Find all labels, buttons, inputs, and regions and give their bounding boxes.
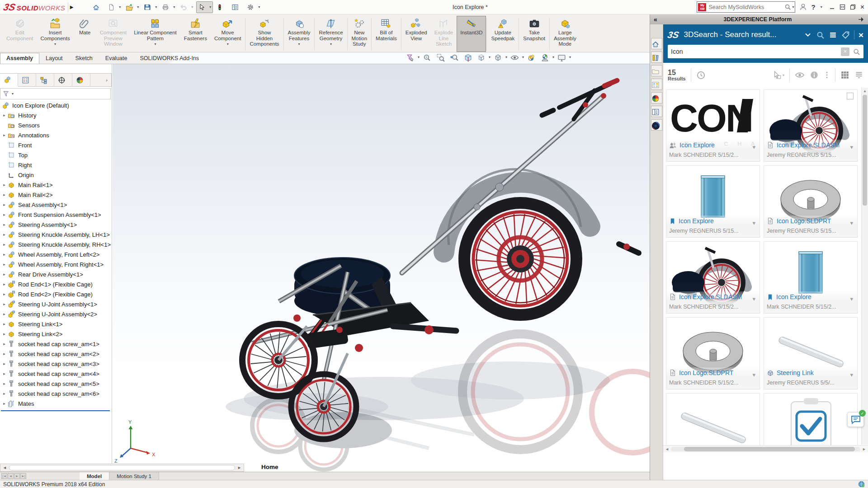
- previous-view-button[interactable]: [450, 53, 460, 61]
- tree-item-front-suspension-assembly-1[interactable]: ▸Front Suspension Assembly<1>: [0, 210, 112, 220]
- task-pane-view-palette-tab[interactable]: [651, 79, 662, 90]
- ribbon-assembly-features-button[interactable]: AssemblyFeatures▾: [284, 16, 314, 52]
- scroll-right-icon[interactable]: ►: [862, 447, 866, 451]
- horizontal-scrollbar[interactable]: ◄ ►: [0, 464, 244, 472]
- print-button[interactable]: ▾: [160, 1, 177, 13]
- undo-button[interactable]: ▾: [178, 1, 195, 13]
- result-title[interactable]: Icon Logo.SLDPRT: [679, 369, 733, 376]
- search-result-card-icon-explore[interactable]: CONH E E L C H A I RIcon ExploreMark SCH…: [666, 89, 760, 162]
- expand-arrow-icon[interactable]: ▸: [1, 332, 8, 336]
- scrollbar-track[interactable]: [9, 465, 235, 470]
- tree-item-steering-u-joint-assembly-2[interactable]: ▸Steering U-Joint Assembly<2>: [0, 309, 112, 319]
- tree-item-main-rail-2[interactable]: ▸Main Rail<2>: [0, 190, 112, 200]
- ribbon-move-component-button[interactable]: MoveComponent▾: [211, 16, 245, 52]
- search-result-card[interactable]: [666, 393, 760, 445]
- search-result-card-icon-explore-sldasm[interactable]: Icon Explore.SLDASMJeremy REGNERUS 5/15.…: [764, 89, 858, 162]
- close-icon[interactable]: ×: [860, 3, 864, 11]
- tree-item-icon-explore-default[interactable]: Icon Explore (Default): [0, 100, 112, 110]
- result-title[interactable]: Icon Logo.SLDPRT: [777, 217, 831, 225]
- tree-item-main-rail-1[interactable]: ▸Main Rail<1>: [0, 180, 112, 190]
- prev-tab-icon[interactable]: ◄: [8, 473, 14, 479]
- card-expand-icon[interactable]: ▾: [850, 296, 853, 302]
- expand-arrow-icon[interactable]: ▸: [1, 222, 8, 227]
- expand-arrow-icon[interactable]: ▸: [1, 133, 8, 137]
- search-result-card-steering-link[interactable]: Steering LinkJeremy REGNERUS 5/5/...▾: [764, 317, 858, 389]
- result-title[interactable]: Icon Explore: [776, 293, 811, 300]
- expand-arrow-icon[interactable]: ▸: [1, 391, 8, 396]
- search-result-card-icon-logo-sldprt[interactable]: Icon Logo.SLDPRTJeremy REGNERUS 5/15...▾: [764, 165, 858, 238]
- help-button[interactable]: ?: [811, 3, 815, 11]
- task-pane-file-explorer-tab[interactable]: [651, 65, 662, 76]
- tree-item-rod-end-1-flexible-cage[interactable]: ▸Rod End<1> (Flexible Cage): [0, 279, 112, 289]
- apply-scene-button[interactable]: ▾: [541, 53, 554, 61]
- ribbon-component-preview-window-button[interactable]: ComponentPreviewWindow: [96, 16, 130, 52]
- expand-arrow-icon[interactable]: ▸: [1, 292, 8, 296]
- view-settings-button[interactable]: ▾: [557, 53, 571, 61]
- tree-item-annotations[interactable]: ▸AAnnotations: [0, 130, 112, 140]
- preview-eye-icon[interactable]: [795, 70, 805, 80]
- tree-filter[interactable]: ▾: [0, 88, 111, 99]
- expand-arrow-icon[interactable]: ▸: [1, 272, 8, 277]
- expand-arrow-icon[interactable]: ▸: [1, 262, 8, 267]
- zoom-fit-button[interactable]: [423, 53, 433, 61]
- ribbon-reference-geometry-button[interactable]: ReferenceGeometry▾: [315, 16, 346, 52]
- expand-arrow-icon[interactable]: ▸: [1, 322, 8, 326]
- tree-item-steering-u-joint-assembly-1[interactable]: ▸Steering U-Joint Assembly<1>: [0, 299, 112, 309]
- ribbon-exploded-view-button[interactable]: ExplodedView: [402, 16, 431, 52]
- expand-arrow-icon[interactable]: ▸: [1, 252, 8, 257]
- ribbon-take-snapshot-button[interactable]: TakeSnapshot: [519, 16, 549, 52]
- ribbon-bill-of-materials-button[interactable]: Bill ofMaterials: [372, 16, 401, 52]
- expand-arrow-icon[interactable]: ▸: [1, 312, 8, 316]
- tree-item-sensors[interactable]: Sensors: [0, 120, 112, 130]
- tree-item-wheel-assembly-front-right-1[interactable]: ▸Wheel Assembly, Front Right<1>: [0, 259, 112, 269]
- tag-icon[interactable]: [841, 31, 850, 39]
- select-cursor-button[interactable]: ▾: [196, 1, 213, 13]
- expand-arrow-icon[interactable]: ▸: [1, 401, 8, 406]
- expand-arrow-icon[interactable]: ▸: [1, 282, 8, 286]
- tree-item-seat-assembly-1[interactable]: ▸Seat Assembly<1>: [0, 200, 112, 210]
- chevron-down-icon[interactable]: [804, 31, 812, 39]
- tree-item-mates[interactable]: ▸Mates: [0, 399, 112, 408]
- results-vertical-scrollbar[interactable]: ▲: [861, 88, 868, 445]
- display-colors-button[interactable]: [214, 1, 228, 13]
- pane-display-button[interactable]: [230, 1, 244, 13]
- ribbon-insert-components-button[interactable]: InsertComponents▾: [37, 16, 73, 52]
- tree-item-steering-link-2[interactable]: ▸Steering Link<2>: [0, 329, 112, 339]
- pin-icon[interactable]: [858, 16, 864, 23]
- card-expand-icon[interactable]: ▾: [850, 220, 853, 226]
- tree-item-origin[interactable]: Origin: [0, 170, 112, 180]
- submit-search-icon[interactable]: [853, 48, 860, 56]
- expand-arrow-icon[interactable]: ▸: [1, 202, 8, 207]
- section-view-button[interactable]: [463, 53, 474, 61]
- resize-button[interactable]: [840, 4, 845, 10]
- task-pane-3dexperience-tab[interactable]: [651, 119, 662, 131]
- displaymanager-tab[interactable]: [72, 74, 90, 87]
- configurations-tab[interactable]: [36, 74, 54, 87]
- tree-item-history[interactable]: ▸History: [0, 110, 112, 120]
- tree-item-steering-knuckle-assembly-lh-1-e[interactable]: ▸Steering Knuckle Assembly, LH<1> (E: [0, 230, 112, 239]
- tree-item-top[interactable]: Top: [0, 150, 112, 160]
- dimxpert-tab[interactable]: [54, 74, 72, 87]
- select-results-icon[interactable]: ▾: [773, 70, 784, 80]
- propertymanager-tab[interactable]: [18, 74, 36, 87]
- result-title[interactable]: Icon Explore.SLDASM: [679, 293, 742, 300]
- card-expand-icon[interactable]: ▾: [752, 144, 755, 150]
- ribbon-explode-line-sketch-button[interactable]: ExplodeLineSketch: [431, 16, 457, 52]
- ribbon-large-assembly-mode-button[interactable]: LargeAssemblyMode: [550, 16, 580, 52]
- result-title[interactable]: Icon Explore: [679, 217, 714, 225]
- expand-arrow-icon[interactable]: ▸: [1, 113, 8, 117]
- login-person-icon[interactable]: [799, 3, 807, 11]
- toolbar-flyout-button[interactable]: ▶: [68, 2, 75, 12]
- save-button[interactable]: ▾: [142, 1, 159, 13]
- ribbon-smart-fasteners-button[interactable]: SmartFasteners: [180, 16, 211, 52]
- tree-item-socket-head-cap-screw-am-3[interactable]: ▸socket head cap screw_am<3>: [0, 359, 112, 369]
- tab-motion-study-1[interactable]: Motion Study 1: [109, 472, 159, 480]
- result-title[interactable]: Icon Explore: [679, 141, 715, 149]
- search-result-card-icon-explore[interactable]: Icon ExploreMark SCHNEIDER 5/15/2...▾: [764, 241, 858, 314]
- minimize-button[interactable]: [829, 4, 835, 10]
- expand-arrow-icon[interactable]: ▸: [1, 371, 8, 376]
- search-icon[interactable]: [784, 4, 791, 10]
- tree-item-rear-drive-assembly-1[interactable]: ▸Rear Drive Assembly<1>: [0, 269, 112, 279]
- result-checkbox[interactable]: [847, 93, 854, 99]
- search-result-card[interactable]: [764, 393, 858, 445]
